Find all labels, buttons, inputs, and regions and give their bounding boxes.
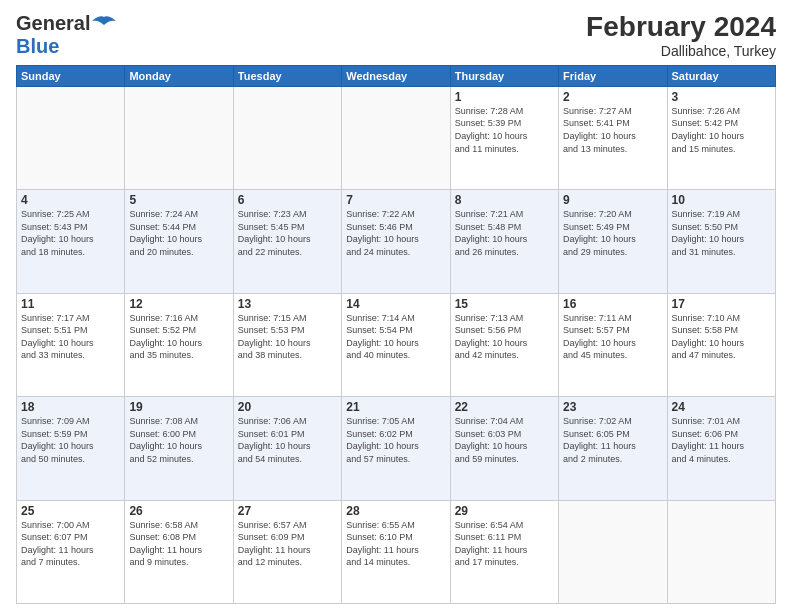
- day-number: 5: [129, 193, 228, 207]
- calendar-week-row: 25Sunrise: 7:00 AM Sunset: 6:07 PM Dayli…: [17, 500, 776, 603]
- table-row: 16Sunrise: 7:11 AM Sunset: 5:57 PM Dayli…: [559, 293, 667, 396]
- day-info: Sunrise: 7:28 AM Sunset: 5:39 PM Dayligh…: [455, 105, 554, 155]
- day-number: 9: [563, 193, 662, 207]
- table-row: 7Sunrise: 7:22 AM Sunset: 5:46 PM Daylig…: [342, 190, 450, 293]
- table-row: 12Sunrise: 7:16 AM Sunset: 5:52 PM Dayli…: [125, 293, 233, 396]
- table-row: 4Sunrise: 7:25 AM Sunset: 5:43 PM Daylig…: [17, 190, 125, 293]
- table-row: 21Sunrise: 7:05 AM Sunset: 6:02 PM Dayli…: [342, 397, 450, 500]
- day-info: Sunrise: 7:26 AM Sunset: 5:42 PM Dayligh…: [672, 105, 771, 155]
- table-row: 18Sunrise: 7:09 AM Sunset: 5:59 PM Dayli…: [17, 397, 125, 500]
- day-number: 11: [21, 297, 120, 311]
- col-saturday: Saturday: [667, 65, 775, 86]
- col-monday: Monday: [125, 65, 233, 86]
- col-sunday: Sunday: [17, 65, 125, 86]
- calendar-header-row: Sunday Monday Tuesday Wednesday Thursday…: [17, 65, 776, 86]
- day-info: Sunrise: 7:17 AM Sunset: 5:51 PM Dayligh…: [21, 312, 120, 362]
- col-thursday: Thursday: [450, 65, 558, 86]
- table-row: [342, 86, 450, 189]
- day-info: Sunrise: 7:15 AM Sunset: 5:53 PM Dayligh…: [238, 312, 337, 362]
- day-number: 1: [455, 90, 554, 104]
- day-info: Sunrise: 7:14 AM Sunset: 5:54 PM Dayligh…: [346, 312, 445, 362]
- day-number: 28: [346, 504, 445, 518]
- day-number: 22: [455, 400, 554, 414]
- day-number: 4: [21, 193, 120, 207]
- table-row: 2Sunrise: 7:27 AM Sunset: 5:41 PM Daylig…: [559, 86, 667, 189]
- table-row: 8Sunrise: 7:21 AM Sunset: 5:48 PM Daylig…: [450, 190, 558, 293]
- logo: General Blue: [16, 12, 118, 58]
- table-row: 17Sunrise: 7:10 AM Sunset: 5:58 PM Dayli…: [667, 293, 775, 396]
- table-row: 19Sunrise: 7:08 AM Sunset: 6:00 PM Dayli…: [125, 397, 233, 500]
- day-info: Sunrise: 7:19 AM Sunset: 5:50 PM Dayligh…: [672, 208, 771, 258]
- day-number: 3: [672, 90, 771, 104]
- day-info: Sunrise: 7:08 AM Sunset: 6:00 PM Dayligh…: [129, 415, 228, 465]
- col-wednesday: Wednesday: [342, 65, 450, 86]
- table-row: 26Sunrise: 6:58 AM Sunset: 6:08 PM Dayli…: [125, 500, 233, 603]
- table-row: 1Sunrise: 7:28 AM Sunset: 5:39 PM Daylig…: [450, 86, 558, 189]
- day-info: Sunrise: 6:58 AM Sunset: 6:08 PM Dayligh…: [129, 519, 228, 569]
- day-info: Sunrise: 7:04 AM Sunset: 6:03 PM Dayligh…: [455, 415, 554, 465]
- table-row: 27Sunrise: 6:57 AM Sunset: 6:09 PM Dayli…: [233, 500, 341, 603]
- table-row: [559, 500, 667, 603]
- table-row: 20Sunrise: 7:06 AM Sunset: 6:01 PM Dayli…: [233, 397, 341, 500]
- table-row: 5Sunrise: 7:24 AM Sunset: 5:44 PM Daylig…: [125, 190, 233, 293]
- day-info: Sunrise: 7:02 AM Sunset: 6:05 PM Dayligh…: [563, 415, 662, 465]
- day-info: Sunrise: 6:55 AM Sunset: 6:10 PM Dayligh…: [346, 519, 445, 569]
- day-number: 8: [455, 193, 554, 207]
- day-number: 17: [672, 297, 771, 311]
- day-number: 24: [672, 400, 771, 414]
- day-info: Sunrise: 7:21 AM Sunset: 5:48 PM Dayligh…: [455, 208, 554, 258]
- day-info: Sunrise: 7:11 AM Sunset: 5:57 PM Dayligh…: [563, 312, 662, 362]
- day-number: 25: [21, 504, 120, 518]
- day-info: Sunrise: 7:25 AM Sunset: 5:43 PM Dayligh…: [21, 208, 120, 258]
- day-number: 6: [238, 193, 337, 207]
- location: Dallibahce, Turkey: [586, 43, 776, 59]
- day-info: Sunrise: 7:06 AM Sunset: 6:01 PM Dayligh…: [238, 415, 337, 465]
- table-row: [17, 86, 125, 189]
- day-info: Sunrise: 7:24 AM Sunset: 5:44 PM Dayligh…: [129, 208, 228, 258]
- table-row: 29Sunrise: 6:54 AM Sunset: 6:11 PM Dayli…: [450, 500, 558, 603]
- logo-bird-icon: [90, 15, 118, 33]
- table-row: [233, 86, 341, 189]
- day-info: Sunrise: 7:13 AM Sunset: 5:56 PM Dayligh…: [455, 312, 554, 362]
- calendar-week-row: 11Sunrise: 7:17 AM Sunset: 5:51 PM Dayli…: [17, 293, 776, 396]
- calendar-table: Sunday Monday Tuesday Wednesday Thursday…: [16, 65, 776, 604]
- calendar-week-row: 18Sunrise: 7:09 AM Sunset: 5:59 PM Dayli…: [17, 397, 776, 500]
- table-row: 11Sunrise: 7:17 AM Sunset: 5:51 PM Dayli…: [17, 293, 125, 396]
- day-number: 16: [563, 297, 662, 311]
- day-number: 10: [672, 193, 771, 207]
- day-info: Sunrise: 7:16 AM Sunset: 5:52 PM Dayligh…: [129, 312, 228, 362]
- table-row: 23Sunrise: 7:02 AM Sunset: 6:05 PM Dayli…: [559, 397, 667, 500]
- table-row: 6Sunrise: 7:23 AM Sunset: 5:45 PM Daylig…: [233, 190, 341, 293]
- day-info: Sunrise: 7:27 AM Sunset: 5:41 PM Dayligh…: [563, 105, 662, 155]
- day-number: 21: [346, 400, 445, 414]
- logo-general: General: [16, 12, 90, 35]
- title-block: February 2024 Dallibahce, Turkey: [586, 12, 776, 59]
- table-row: 10Sunrise: 7:19 AM Sunset: 5:50 PM Dayli…: [667, 190, 775, 293]
- day-number: 23: [563, 400, 662, 414]
- day-number: 26: [129, 504, 228, 518]
- day-number: 14: [346, 297, 445, 311]
- day-number: 2: [563, 90, 662, 104]
- day-number: 12: [129, 297, 228, 311]
- day-info: Sunrise: 7:22 AM Sunset: 5:46 PM Dayligh…: [346, 208, 445, 258]
- table-row: 9Sunrise: 7:20 AM Sunset: 5:49 PM Daylig…: [559, 190, 667, 293]
- calendar-week-row: 4Sunrise: 7:25 AM Sunset: 5:43 PM Daylig…: [17, 190, 776, 293]
- table-row: [667, 500, 775, 603]
- page: General Blue February 2024 Dallibahce, T…: [0, 0, 792, 612]
- day-number: 13: [238, 297, 337, 311]
- day-info: Sunrise: 7:00 AM Sunset: 6:07 PM Dayligh…: [21, 519, 120, 569]
- table-row: 14Sunrise: 7:14 AM Sunset: 5:54 PM Dayli…: [342, 293, 450, 396]
- table-row: 15Sunrise: 7:13 AM Sunset: 5:56 PM Dayli…: [450, 293, 558, 396]
- day-info: Sunrise: 7:09 AM Sunset: 5:59 PM Dayligh…: [21, 415, 120, 465]
- calendar-week-row: 1Sunrise: 7:28 AM Sunset: 5:39 PM Daylig…: [17, 86, 776, 189]
- day-number: 19: [129, 400, 228, 414]
- day-number: 20: [238, 400, 337, 414]
- day-info: Sunrise: 6:57 AM Sunset: 6:09 PM Dayligh…: [238, 519, 337, 569]
- day-info: Sunrise: 7:20 AM Sunset: 5:49 PM Dayligh…: [563, 208, 662, 258]
- day-number: 27: [238, 504, 337, 518]
- day-info: Sunrise: 7:01 AM Sunset: 6:06 PM Dayligh…: [672, 415, 771, 465]
- day-number: 7: [346, 193, 445, 207]
- table-row: 25Sunrise: 7:00 AM Sunset: 6:07 PM Dayli…: [17, 500, 125, 603]
- header: General Blue February 2024 Dallibahce, T…: [16, 12, 776, 59]
- table-row: 28Sunrise: 6:55 AM Sunset: 6:10 PM Dayli…: [342, 500, 450, 603]
